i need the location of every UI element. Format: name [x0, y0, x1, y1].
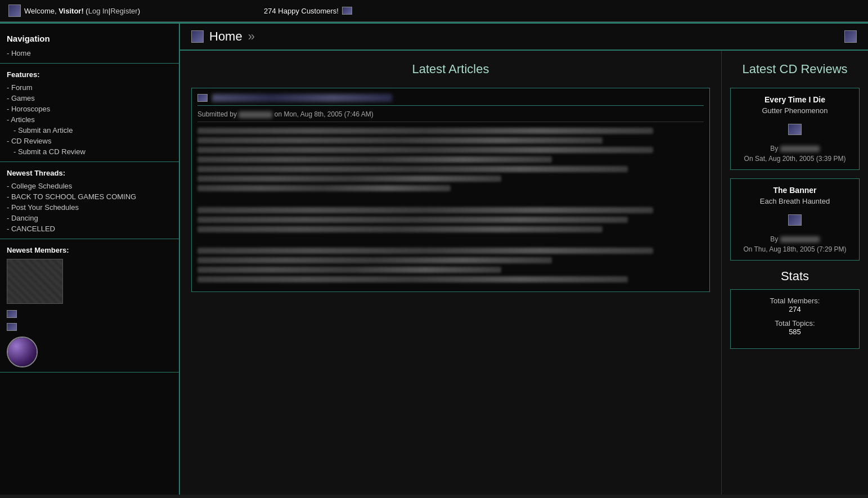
- cd-review-date-1: On Sat, Aug 20th, 2005 (3:39 PM): [737, 155, 852, 163]
- sidebar-item-horoscopes[interactable]: - Horoscopes: [7, 104, 172, 114]
- sidebar-item-articles[interactable]: - Articles: [7, 114, 172, 125]
- sidebar-item-submit-article[interactable]: - Submit an Article: [7, 125, 172, 136]
- navigation-section: Navigation - Home: [0, 29, 179, 64]
- small-icon-1: [7, 310, 17, 318]
- article-line-6: [197, 176, 501, 182]
- article-line-10: [197, 226, 602, 232]
- cd-reviewer-blurred-1: [780, 146, 820, 152]
- total-members-label: Total Members:: [737, 297, 852, 305]
- stats-title: Stats: [730, 269, 860, 284]
- article-header: [197, 94, 704, 106]
- thread-item-dancing[interactable]: - Dancing: [7, 213, 172, 223]
- newest-members-title: Newest Members:: [7, 246, 172, 254]
- total-topics-label: Total Topics:: [737, 319, 852, 327]
- cd-cover-2: [737, 211, 852, 231]
- article-line-5: [197, 166, 628, 172]
- articles-column: Latest Articles Submitted by on Mon, Aug…: [180, 51, 722, 495]
- cd-card-2: The Banner Each Breath Haunted By On Thu…: [730, 178, 860, 261]
- member-avatar-blurred: [7, 259, 62, 303]
- article-submitted: Submitted by on Mon, Aug 8th, 2005 (7:46…: [197, 110, 704, 122]
- article-title-blurred: [212, 94, 392, 102]
- welcome-text: Welcome, Visitor! (Log In|Register): [24, 7, 140, 15]
- sidebar-item-cdreviews[interactable]: - CD Reviews: [7, 136, 172, 146]
- thread-item-post-schedules[interactable]: - Post Your Schedules: [7, 202, 172, 213]
- breadcrumb-right-icon: [844, 30, 857, 43]
- article-line-8: [197, 207, 653, 213]
- cdreviews-title-plain: Latest: [742, 62, 779, 76]
- happy-customers-text: 274 Happy Customers!: [264, 7, 339, 15]
- main-layout: Navigation - Home Features: - Forum - Ga…: [0, 22, 868, 495]
- total-topics-value: 585: [737, 327, 852, 336]
- cd-band-name-2: Each Breath Haunted: [737, 197, 852, 205]
- cdreviews-column: Latest CD Reviews Every Time I Die Gutte…: [722, 51, 868, 495]
- register-link[interactable]: Register: [110, 7, 137, 15]
- sidebar-item-forum[interactable]: - Forum: [7, 82, 172, 93]
- thread-item-cancelled[interactable]: - CANCELLED: [7, 223, 172, 234]
- article-line-3: [197, 147, 653, 153]
- article-line-11: [197, 248, 653, 254]
- breadcrumb-arrow: »: [248, 29, 255, 44]
- cd-review-date-2: On Thu, Aug 18th, 2005 (7:29 PM): [737, 245, 852, 253]
- articles-section-title: Latest Articles: [191, 62, 710, 77]
- stats-box: Total Members: 274 Total Topics: 585: [730, 289, 860, 349]
- article-line-4: [197, 156, 552, 163]
- total-members-value: 274: [737, 305, 852, 313]
- sidebar-item-home[interactable]: - Home: [7, 48, 172, 59]
- breadcrumb-home[interactable]: Home: [209, 29, 242, 44]
- cdreviews-section-title: Latest CD Reviews: [730, 62, 860, 77]
- article-line-1: [197, 128, 653, 134]
- welcome-section: Welcome, Visitor! (Log In|Register): [8, 5, 140, 17]
- features-section: Features: - Forum - Games - Horoscopes -…: [0, 66, 179, 162]
- sidebar-item-games[interactable]: - Games: [7, 93, 172, 104]
- articles-title-accent: Articles: [448, 62, 489, 76]
- thread-item-college-schedules[interactable]: - College Schedules: [7, 181, 172, 191]
- cd-by-label-1: By: [770, 145, 778, 152]
- sidebar-item-submit-cdreview[interactable]: - Submit a CD Review: [7, 146, 172, 157]
- article-line-13: [197, 267, 501, 273]
- breadcrumb-icon: [191, 30, 204, 43]
- login-link[interactable]: Log In: [88, 7, 109, 15]
- cd-album-title-1[interactable]: Every Time I Die: [737, 95, 852, 104]
- article-line-7: [197, 185, 451, 191]
- articles-title-plain: Latest: [412, 62, 449, 76]
- article-icon: [197, 94, 208, 102]
- cd-cover-icon-1: [788, 124, 802, 135]
- cd-cover-icon-2: [788, 214, 802, 226]
- happy-customers-section: 274 Happy Customers!: [264, 7, 352, 15]
- thread-item-back-to-school[interactable]: - BACK TO SCHOOL GAMES COMING: [7, 191, 172, 202]
- sidebar: Navigation - Home Features: - Forum - Ga…: [0, 24, 180, 495]
- welcome-label: Welcome,: [24, 7, 59, 15]
- breadcrumb-bar: Home »: [180, 24, 868, 51]
- member-avatar: [7, 259, 63, 304]
- top-bar: Welcome, Visitor! (Log In|Register) 274 …: [0, 0, 868, 22]
- planet-icon: [7, 337, 38, 367]
- cd-card-1: Every Time I Die Gutter Phenomenon By On…: [730, 88, 860, 170]
- cd-album-title-2[interactable]: The Banner: [737, 186, 852, 195]
- logo-icon: [8, 5, 21, 17]
- cd-band-name-1: Gutter Phenomenon: [737, 106, 852, 115]
- article-card: Submitted by on Mon, Aug 8th, 2005 (7:46…: [191, 88, 710, 292]
- newest-threads-section: Newest Threads: - College Schedules - BA…: [0, 164, 179, 239]
- article-line-14: [197, 276, 628, 282]
- submitted-prefix: Submitted by: [197, 110, 237, 118]
- small-icon-2: [7, 323, 17, 331]
- cd-review-by-1: By: [737, 145, 852, 152]
- member-icon-1: [7, 308, 172, 321]
- content-area: Home » Latest Articles Submit: [180, 24, 868, 495]
- planet-inner: [8, 338, 37, 366]
- article-body: [197, 128, 704, 282]
- article-line-9: [197, 217, 628, 223]
- content-columns: Latest Articles Submitted by on Mon, Aug…: [180, 51, 868, 495]
- author-blurred: [239, 111, 272, 118]
- cdreviews-title-accent: CD Reviews: [780, 62, 848, 76]
- submitted-suffix: on Mon, Aug 8th, 2005 (7:46 AM): [275, 110, 374, 118]
- member-icon-2: [7, 321, 172, 334]
- visitor-label: Visitor!: [59, 7, 84, 15]
- cd-cover-1: [737, 120, 852, 140]
- flag-icon: [342, 7, 352, 15]
- cd-reviewer-blurred-2: [780, 236, 820, 243]
- article-line-2: [197, 137, 602, 143]
- cd-review-by-2: By: [737, 235, 852, 243]
- breadcrumb-left: Home »: [191, 29, 255, 44]
- newest-threads-title: Newest Threads:: [7, 169, 172, 177]
